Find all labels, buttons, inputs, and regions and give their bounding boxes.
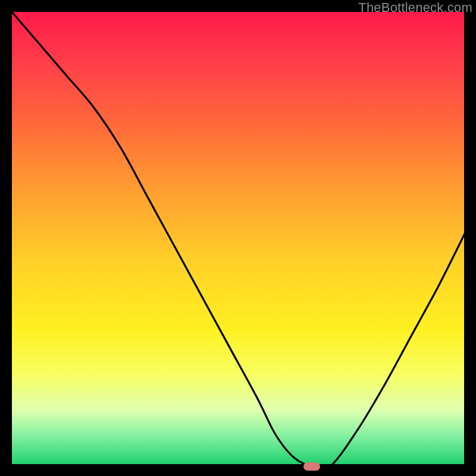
optimal-marker — [303, 462, 320, 471]
curve-path — [12, 12, 466, 466]
curve-layer — [12, 12, 466, 466]
chart-canvas: TheBottleneck.com — [0, 0, 476, 476]
plot-area — [11, 11, 465, 465]
watermark-text: TheBottleneck.com — [358, 0, 472, 15]
